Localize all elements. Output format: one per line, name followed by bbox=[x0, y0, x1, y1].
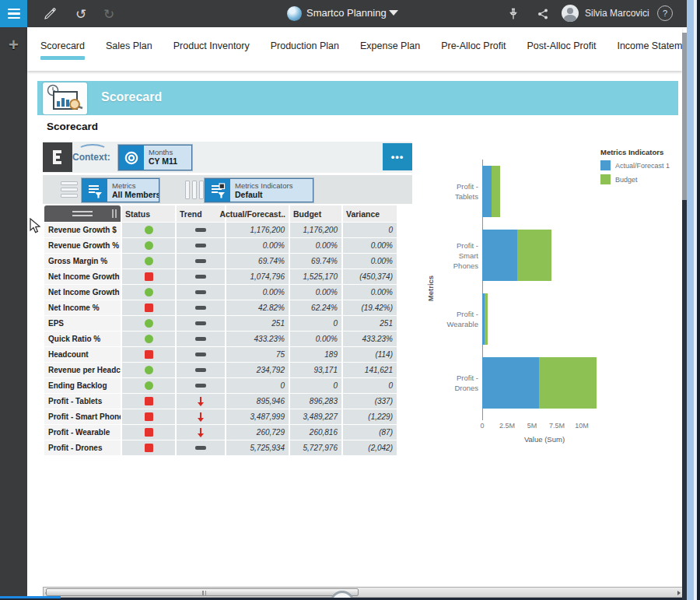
horizontal-scrollbar-thumb[interactable] bbox=[46, 588, 359, 596]
horizontal-scrollbar[interactable] bbox=[43, 587, 683, 598]
variance-cell[interactable]: 0.00% bbox=[343, 285, 397, 300]
pin-icon[interactable] bbox=[504, 5, 523, 23]
actual-forecast-cell[interactable]: 433.23% bbox=[226, 332, 289, 346]
trend-cell[interactable] bbox=[177, 254, 225, 268]
metric-name-cell[interactable]: Headcount bbox=[44, 347, 121, 362]
metric-name-cell[interactable]: EPS bbox=[44, 316, 121, 331]
tab-sales-plan[interactable]: Sales Plan bbox=[106, 27, 152, 71]
status-cell[interactable] bbox=[122, 425, 175, 440]
status-cell[interactable] bbox=[122, 409, 175, 424]
bar-segment-actual-forecast-1[interactable] bbox=[482, 357, 539, 409]
status-cell[interactable] bbox=[122, 332, 175, 346]
variance-cell[interactable]: (450,374) bbox=[343, 269, 397, 284]
metric-name-cell[interactable]: Profit - Tablets bbox=[44, 394, 121, 409]
status-cell[interactable] bbox=[122, 238, 175, 253]
actual-forecast-cell[interactable]: 0 bbox=[226, 378, 289, 393]
metric-name-cell[interactable]: Gross Margin % bbox=[44, 254, 121, 268]
columns-axis-icon[interactable] bbox=[185, 181, 204, 199]
trend-cell[interactable] bbox=[177, 269, 225, 284]
bar-segment-budget[interactable] bbox=[492, 166, 501, 217]
metric-name-cell[interactable]: Profit - Drones bbox=[44, 440, 121, 455]
status-cell[interactable] bbox=[122, 378, 175, 393]
undo-icon[interactable]: ↺ bbox=[72, 5, 90, 23]
budget-cell[interactable]: 1,525,170 bbox=[290, 269, 341, 284]
actual-forecast-cell[interactable]: 260,729 bbox=[226, 425, 289, 440]
metric-name-cell[interactable]: Ending Backlog bbox=[44, 378, 121, 393]
bar-segment-actual-forecast-1[interactable] bbox=[482, 166, 492, 217]
trend-cell[interactable] bbox=[177, 440, 225, 455]
rows-chip-metrics[interactable]: Metrics All Members bbox=[82, 178, 159, 202]
bar-segment-budget[interactable] bbox=[517, 230, 552, 281]
context-chip-months[interactable]: Months CY M11 bbox=[118, 145, 192, 170]
exploration-icon[interactable] bbox=[43, 142, 72, 172]
trend-cell[interactable] bbox=[177, 285, 225, 300]
variance-cell[interactable]: 433.23% bbox=[343, 332, 397, 346]
variance-cell[interactable]: (2,042) bbox=[343, 440, 397, 455]
avatar[interactable] bbox=[562, 5, 579, 22]
metric-name-cell[interactable]: Revenue Growth $ bbox=[44, 223, 121, 237]
actual-forecast-cell[interactable]: 0.00% bbox=[226, 238, 289, 253]
trend-cell[interactable] bbox=[177, 363, 225, 377]
trend-cell[interactable] bbox=[177, 425, 225, 440]
trend-cell[interactable] bbox=[177, 378, 225, 393]
metric-name-cell[interactable]: Revenue Growth % bbox=[44, 238, 121, 253]
metric-name-cell[interactable]: Profit - Smart Phones bbox=[44, 409, 121, 424]
column-header-trend[interactable]: Trend bbox=[177, 205, 225, 222]
actual-forecast-cell[interactable]: 69.74% bbox=[226, 254, 289, 268]
budget-cell[interactable]: 1,176,200 bbox=[290, 223, 341, 237]
metric-name-cell[interactable]: Net Income Growth $ bbox=[44, 269, 121, 284]
menu-icon[interactable] bbox=[0, 0, 27, 27]
grid-corner-menu[interactable] bbox=[44, 205, 121, 222]
actual-forecast-cell[interactable]: 234,792 bbox=[226, 363, 289, 377]
trend-cell[interactable] bbox=[177, 316, 225, 331]
actual-forecast-cell[interactable]: 3,487,999 bbox=[226, 409, 289, 424]
budget-cell[interactable]: 93,171 bbox=[290, 363, 341, 377]
budget-cell[interactable]: 3,489,227 bbox=[290, 409, 341, 424]
status-cell[interactable] bbox=[122, 394, 175, 409]
variance-cell[interactable]: (19.42%) bbox=[343, 300, 397, 315]
trend-cell[interactable] bbox=[177, 238, 225, 253]
status-cell[interactable] bbox=[122, 285, 175, 300]
metric-name-cell[interactable]: Profit - Wearable bbox=[44, 425, 121, 440]
budget-cell[interactable]: 896,283 bbox=[290, 394, 341, 409]
more-options-button[interactable]: ••• bbox=[383, 143, 412, 170]
bar-segment-budget[interactable] bbox=[539, 357, 596, 409]
status-cell[interactable] bbox=[122, 254, 175, 268]
tab-production-plan[interactable]: Production Plan bbox=[271, 27, 339, 71]
budget-cell[interactable]: 69.74% bbox=[290, 254, 341, 268]
metric-name-cell[interactable]: Quick Ratio % bbox=[44, 332, 121, 346]
status-cell[interactable] bbox=[122, 363, 175, 377]
bar-segment-budget[interactable] bbox=[485, 293, 487, 345]
budget-cell[interactable]: 62.24% bbox=[290, 300, 341, 315]
trend-cell[interactable] bbox=[177, 300, 225, 315]
variance-cell[interactable]: 0.00% bbox=[343, 254, 397, 268]
variance-cell[interactable]: (87) bbox=[343, 425, 397, 440]
share-icon[interactable] bbox=[534, 5, 552, 23]
actual-forecast-cell[interactable]: 42.82% bbox=[226, 300, 289, 315]
status-cell[interactable] bbox=[122, 347, 175, 362]
tab-post-alloc-profit[interactable]: Post-Alloc Profit bbox=[527, 27, 596, 71]
variance-cell[interactable]: 141,621 bbox=[343, 363, 397, 377]
edit-pencil-icon[interactable] bbox=[40, 5, 59, 23]
actual-forecast-cell[interactable]: 1,176,200 bbox=[226, 223, 289, 237]
trend-cell[interactable] bbox=[177, 394, 225, 409]
redo-icon[interactable]: ↻ bbox=[100, 5, 118, 23]
status-cell[interactable] bbox=[122, 269, 175, 284]
status-cell[interactable] bbox=[122, 223, 175, 237]
columns-chip-metrics-indicators[interactable]: Metrics Indicators Default bbox=[205, 178, 313, 202]
trend-cell[interactable] bbox=[177, 347, 225, 362]
tab-expense-plan[interactable]: Expense Plan bbox=[360, 27, 420, 71]
tab-pre-alloc-profit[interactable]: Pre-Alloc Profit bbox=[441, 27, 506, 71]
actual-forecast-cell[interactable]: 5,725,934 bbox=[226, 440, 289, 455]
scroll-right-icon[interactable] bbox=[677, 591, 681, 595]
budget-cell[interactable]: 0 bbox=[290, 378, 341, 393]
column-header-actual-forecast-[interactable]: Actual/Forecast.. bbox=[226, 205, 289, 222]
budget-cell[interactable]: 0.00% bbox=[290, 285, 341, 300]
budget-cell[interactable]: 0.00% bbox=[290, 332, 341, 346]
actual-forecast-cell[interactable]: 251 bbox=[226, 316, 289, 331]
trend-cell[interactable] bbox=[177, 332, 225, 346]
actual-forecast-cell[interactable]: 0.00% bbox=[226, 285, 289, 300]
help-icon[interactable]: ? bbox=[657, 5, 673, 21]
variance-cell[interactable]: (337) bbox=[343, 394, 397, 409]
budget-cell[interactable]: 0 bbox=[290, 316, 341, 331]
